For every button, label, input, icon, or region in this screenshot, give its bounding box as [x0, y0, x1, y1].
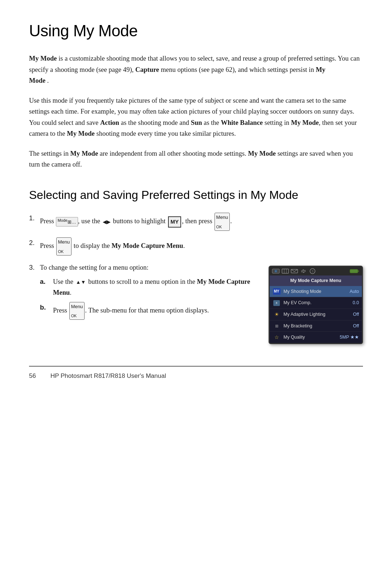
light-cam-icon: ☀	[273, 311, 281, 318]
text: menu options (see page 62), and which se…	[161, 66, 316, 73]
bold-mymode2: My Mode	[291, 119, 319, 126]
menu-ok-key2: MenuOK	[56, 237, 72, 256]
camera-row-shooting-mode: MY My Shooting Mode Auto	[270, 286, 362, 298]
step-3-text: To change the setting for a menu option:…	[40, 262, 258, 323]
bold-mymode3: My Mode	[67, 130, 95, 137]
step-3: 3. To change the setting for a menu opti…	[29, 262, 363, 344]
bold-mymode4: My Mode	[70, 150, 98, 157]
star-cam-icon: ☆	[273, 334, 281, 340]
mode-button-icon: Mode⊞…	[56, 217, 78, 226]
camera-row-bracketing: ⊞ My Bracketing Off	[270, 320, 362, 332]
step-2: 2. Press MenuOK to display the My Mode C…	[29, 237, 363, 256]
my-highlight-icon: MY	[168, 216, 181, 228]
bold-text-capture: Capture	[135, 66, 159, 73]
camera-row-quality: ☆ My Quality 5MP ★★	[270, 332, 362, 343]
camera-help-icon: ?	[309, 268, 316, 274]
camera-envelope-icon	[291, 268, 298, 274]
svg-rect-9	[350, 269, 358, 273]
menu-ok-key3: MenuOK	[69, 302, 85, 320]
menu-ok-key: MenuOK	[215, 213, 230, 231]
svg-rect-3	[282, 269, 289, 273]
sub-step-a: a. Use the ▲▼ buttons to scroll to a men…	[40, 276, 258, 298]
paragraph-1: My Mode is a customizable shooting mode …	[29, 53, 363, 86]
camera-viewfinder-icon	[272, 268, 280, 274]
step-1: 1. Press Mode⊞…, use the ◀▶ buttons to h…	[29, 213, 363, 231]
bold-text: My Mode	[29, 55, 57, 62]
camera-menu-screenshot: ? My Mode Capture Menu MY	[269, 266, 363, 344]
page-title: Using My Mode	[29, 22, 363, 40]
bold-mymode5: My Mode	[248, 150, 276, 157]
text: .	[47, 77, 49, 84]
svg-rect-10	[358, 270, 359, 272]
arrow-ud-icon: ▲▼	[76, 278, 86, 286]
camera-row-adaptive-lighting: ☀ My Adaptive Lighting Off	[270, 309, 362, 320]
camera-menu-title: My Mode Capture Menu	[270, 275, 362, 286]
step-3-content: To change the setting for a menu option:…	[40, 262, 363, 344]
bracket-cam-icon: ⊞	[273, 323, 281, 329]
steps-list: 1. Press Mode⊞…, use the ◀▶ buttons to h…	[29, 213, 363, 344]
bold-capture-menu: My Mode Capture Menu	[111, 242, 183, 249]
svg-text:?: ?	[311, 270, 313, 273]
arrow-lr-icon: ◀▶	[103, 218, 111, 226]
sub-steps: a. Use the ▲▼ buttons to scroll to a men…	[40, 276, 258, 320]
paragraph-3: The settings in My Mode are independent …	[29, 148, 363, 170]
step-3-row: To change the setting for a menu option:…	[40, 262, 363, 344]
ev-cam-icon: ±	[273, 300, 281, 306]
camera-grid-icon	[282, 268, 289, 274]
camera-row-ev-comp: ± My EV Comp. 0.0	[270, 297, 362, 309]
footer-text: HP Photosmart R817/R818 User's Manual	[50, 372, 166, 380]
camera-battery-icon	[350, 268, 360, 274]
camera-transfer-icon	[300, 268, 307, 274]
bold-wb: White Balance	[221, 119, 263, 126]
sub-step-b: b. Press MenuOK. The sub-menu for that m…	[40, 302, 258, 320]
section-subtitle: Selecting and Saving Preferred Settings …	[29, 188, 363, 203]
page-content: Using My Mode My Mode is a customizable …	[29, 22, 363, 344]
footer: 56 HP Photosmart R817/R818 User's Manual	[29, 366, 363, 380]
page-number: 56	[29, 372, 36, 380]
svg-point-2	[275, 270, 277, 272]
camera-top-bar: ?	[270, 267, 362, 275]
paragraph-2: Use this mode if you frequently take pic…	[29, 95, 363, 139]
bold-action: Action	[100, 119, 119, 126]
my-cam-icon: MY	[273, 288, 281, 295]
bold-sun: Sun	[191, 119, 202, 126]
